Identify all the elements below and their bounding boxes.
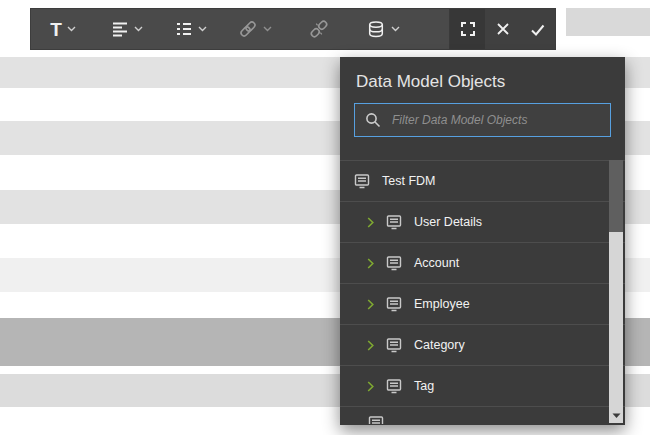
data-model-button[interactable] — [351, 9, 415, 49]
list-button[interactable] — [159, 9, 223, 49]
unlink-icon — [309, 19, 329, 39]
scrollbar-thumb[interactable] — [609, 160, 623, 232]
data-object-icon — [385, 295, 403, 313]
data-object-icon — [385, 254, 403, 272]
toolbar-action-group — [449, 9, 555, 49]
chevron-right-icon[interactable] — [367, 299, 374, 310]
align-icon — [111, 20, 129, 38]
close-button[interactable] — [485, 9, 520, 49]
scrollbar-down-button[interactable] — [609, 408, 623, 423]
tree-item[interactable]: Employee — [340, 283, 625, 324]
chevron-down-icon — [198, 26, 207, 32]
tree-item[interactable]: Category — [340, 324, 625, 365]
tree-item-label: Test FDM — [382, 174, 435, 188]
tree-item-label: Category — [414, 338, 465, 352]
tree-item[interactable]: Tag — [340, 365, 625, 406]
panel-title: Data Model Objects — [340, 57, 625, 103]
close-icon — [495, 21, 511, 37]
align-button[interactable] — [95, 9, 159, 49]
tree-item-root[interactable]: Test FDM — [340, 160, 625, 201]
confirm-button[interactable] — [520, 9, 555, 49]
text-format-label: T — [50, 20, 62, 39]
chevron-down-icon — [391, 26, 400, 32]
page: T — [0, 0, 650, 435]
fullscreen-icon — [459, 20, 477, 38]
chevron-right-icon[interactable] — [367, 340, 374, 351]
rte-toolbar: T — [30, 8, 556, 50]
data-object-icon — [385, 336, 403, 354]
unlink-button[interactable] — [287, 9, 351, 49]
link-icon — [238, 19, 258, 39]
data-model-icon — [367, 20, 386, 39]
checkmark-icon — [529, 21, 546, 38]
background-cell — [566, 8, 650, 36]
filter-input[interactable] — [390, 112, 601, 128]
tree-item-partial[interactable] — [340, 406, 625, 424]
link-button[interactable] — [223, 9, 287, 49]
tree-item-label: Account — [414, 256, 459, 270]
chevron-right-icon[interactable] — [367, 381, 374, 392]
chevron-right-icon[interactable] — [367, 217, 374, 228]
tree-item[interactable]: Account — [340, 242, 625, 283]
data-object-icon — [385, 377, 403, 395]
data-object-icon — [367, 414, 385, 424]
data-object-icon — [385, 213, 403, 231]
fullscreen-button[interactable] — [450, 9, 485, 49]
tree-item-label: User Details — [414, 215, 482, 229]
scrollbar[interactable] — [609, 160, 623, 423]
tree-item-label: Employee — [414, 297, 470, 311]
search-icon — [364, 111, 382, 129]
tree-item-label: Tag — [414, 379, 434, 393]
tree-item[interactable]: User Details — [340, 201, 625, 242]
text-format-button[interactable]: T — [31, 9, 95, 49]
data-object-icon — [353, 172, 371, 190]
chevron-down-icon — [67, 26, 76, 32]
chevron-right-icon[interactable] — [367, 258, 374, 269]
chevron-down-icon — [134, 26, 143, 32]
data-model-tree: Test FDM User Details — [340, 160, 625, 425]
list-icon — [175, 20, 193, 38]
chevron-down-icon — [263, 26, 272, 32]
data-model-objects-panel: Data Model Objects Test FDM — [340, 57, 625, 425]
filter-search-box — [354, 103, 611, 137]
